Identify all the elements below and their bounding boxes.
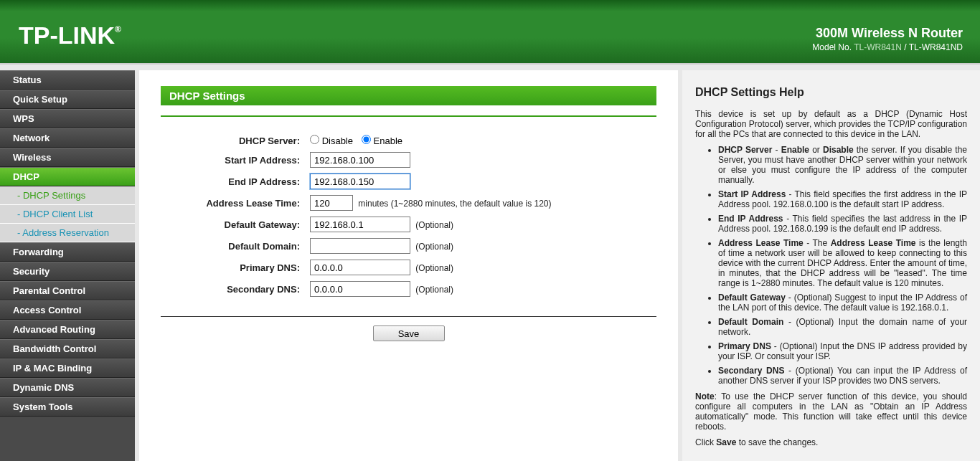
dns1-input[interactable] xyxy=(310,260,410,275)
domain-input[interactable] xyxy=(310,238,410,254)
sidebar-item-advanced-routing[interactable]: Advanced Routing xyxy=(0,320,135,339)
end-ip-label: End IP Address: xyxy=(162,171,306,191)
sidebar-item-address-reservation[interactable]: Address Reservation xyxy=(0,224,135,242)
dns2-input[interactable] xyxy=(310,281,410,297)
help-panel: DHCP Settings Help This device is set up… xyxy=(682,70,980,461)
enable-radio[interactable] xyxy=(362,135,371,144)
help-item: Address Lease Time - The Address Lease T… xyxy=(718,238,967,288)
optional-hint: (Optional) xyxy=(413,263,453,273)
save-button[interactable]: Save xyxy=(373,325,445,341)
help-title: DHCP Settings Help xyxy=(695,86,967,99)
dhcp-server-label: DHCP Server: xyxy=(162,133,306,148)
sidebar-nav: StatusQuick SetupWPSNetworkWirelessDHCPD… xyxy=(0,70,135,461)
sidebar-item-system-tools[interactable]: System Tools xyxy=(0,397,135,417)
sidebar-item-dhcp-settings[interactable]: DHCP Settings xyxy=(0,186,135,205)
help-item: Default Domain - (Optional) Input the do… xyxy=(718,317,967,337)
sidebar-item-wps[interactable]: WPS xyxy=(0,109,135,128)
sidebar-item-quick-setup[interactable]: Quick Setup xyxy=(0,90,135,109)
product-model: Model No. TL-WR841N / TL-WR841ND xyxy=(812,42,963,52)
disable-radio-label[interactable]: Disable xyxy=(310,135,353,146)
disable-radio[interactable] xyxy=(310,135,319,144)
sidebar-item-ip-mac-binding[interactable]: IP & MAC Binding xyxy=(0,358,135,378)
lease-input[interactable] xyxy=(310,195,353,211)
dns1-label: Primary DNS: xyxy=(162,257,306,277)
sidebar-item-dhcp-client-list[interactable]: DHCP Client List xyxy=(0,205,135,224)
end-ip-input[interactable] xyxy=(310,174,410,189)
domain-label: Default Domain: xyxy=(162,236,306,256)
sidebar-item-status[interactable]: Status xyxy=(0,70,135,90)
start-ip-input[interactable] xyxy=(310,152,410,168)
brand-text: TP-LINK xyxy=(19,22,115,49)
help-save-hint: Click Save to save the changes. xyxy=(695,437,967,447)
help-item: Primary DNS - (Optional) Input the DNS I… xyxy=(718,341,967,361)
help-item: DHCP Server - Enable or Disable the serv… xyxy=(718,145,967,185)
help-item: Secondary DNS - (Optional) You can input… xyxy=(718,366,967,386)
sidebar-item-security[interactable]: Security xyxy=(0,262,135,281)
main-content: DHCP Settings DHCP Server: Disable Enabl… xyxy=(135,70,682,461)
page-title: DHCP Settings xyxy=(161,86,656,105)
sidebar-item-access-control[interactable]: Access Control xyxy=(0,300,135,320)
enable-radio-label[interactable]: Enable xyxy=(362,135,402,146)
dhcp-form: DHCP Server: Disable Enable Start IP Add… xyxy=(161,131,656,300)
help-list: DHCP Server - Enable or Disable the serv… xyxy=(695,145,967,386)
optional-hint: (Optional) xyxy=(413,242,453,252)
help-item: Default Gateway - (Optional) Suggest to … xyxy=(718,293,967,313)
lease-label: Address Lease Time: xyxy=(162,193,306,213)
help-note: Note: To use the DHCP server function of… xyxy=(695,391,967,432)
gateway-label: Default Gateway: xyxy=(162,214,306,234)
optional-hint: (Optional) xyxy=(413,285,453,295)
brand-logo: TP-LINK® xyxy=(19,22,121,49)
sidebar-item-bandwidth-control[interactable]: Bandwidth Control xyxy=(0,339,135,358)
sidebar-item-wireless[interactable]: Wireless xyxy=(0,148,135,167)
model-link[interactable]: TL-WR841N xyxy=(854,42,902,52)
product-info: 300M Wireless N Router Model No. TL-WR84… xyxy=(812,26,963,52)
dns2-label: Secondary DNS: xyxy=(162,279,306,299)
header-bar: TP-LINK® 300M Wireless N Router Model No… xyxy=(0,0,980,65)
separator xyxy=(161,316,656,317)
lease-hint: minutes (1~2880 minutes, the default val… xyxy=(355,199,551,209)
separator xyxy=(161,115,656,117)
help-intro: This device is set up by default as a DH… xyxy=(695,109,967,139)
optional-hint: (Optional) xyxy=(413,220,453,230)
sidebar-item-network[interactable]: Network xyxy=(0,128,135,148)
sidebar-item-parental-control[interactable]: Parental Control xyxy=(0,281,135,300)
product-title: 300M Wireless N Router xyxy=(812,26,963,41)
help-item: Start IP Address - This field specifies … xyxy=(718,189,967,209)
help-item: End IP Address - This field specifies th… xyxy=(718,214,967,234)
dhcp-server-radio-group: Disable Enable xyxy=(310,135,402,146)
brand-reg-mark: ® xyxy=(115,24,121,34)
gateway-input[interactable] xyxy=(310,217,410,232)
sidebar-item-dynamic-dns[interactable]: Dynamic DNS xyxy=(0,378,135,397)
sidebar-item-dhcp[interactable]: DHCP xyxy=(0,167,135,186)
sidebar-item-forwarding[interactable]: Forwarding xyxy=(0,242,135,262)
start-ip-label: Start IP Address: xyxy=(162,150,306,170)
